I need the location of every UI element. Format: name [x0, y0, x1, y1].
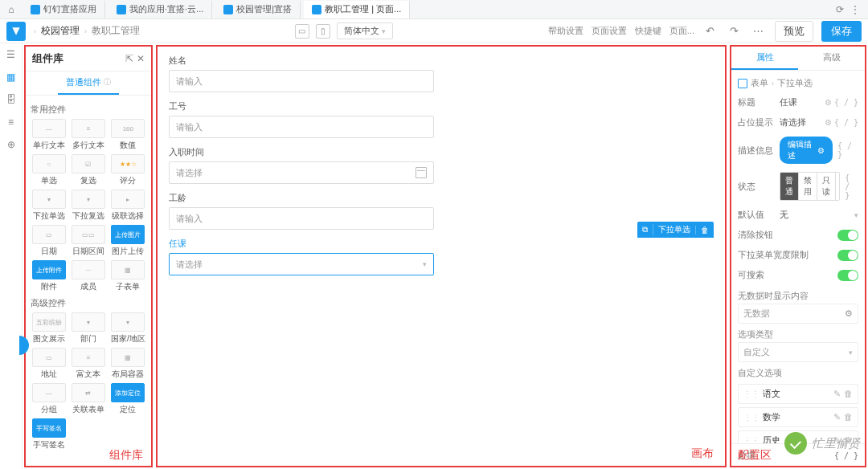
- lib-item[interactable]: ≡富文本: [70, 348, 106, 380]
- browser-tab-active[interactable]: 教职工管理 | 页面...: [304, 1, 410, 18]
- edit-icon[interactable]: ✎: [833, 412, 841, 422]
- rail-outline-icon[interactable]: ☰: [5, 48, 18, 61]
- rail-components-icon[interactable]: ▦: [5, 71, 18, 84]
- select-input[interactable]: 请选择 ▾: [169, 253, 434, 275]
- tool-delete-icon[interactable]: 🗑: [695, 226, 714, 234]
- link-help[interactable]: 帮助设置: [548, 25, 583, 37]
- lib-item[interactable]: 上传图片图片上传: [110, 225, 146, 257]
- toggle-search[interactable]: [837, 270, 858, 281]
- more-icon[interactable]: ⋯: [751, 25, 767, 37]
- form-field-selected[interactable]: ⧉ 下拉单选 🗑 任课 请选择 ▾: [169, 238, 714, 275]
- browser-tab[interactable]: 校园管理|宜搭: [215, 1, 301, 18]
- breadcrumb-app[interactable]: 校园管理: [41, 24, 80, 38]
- link-page-settings[interactable]: 页面设置: [592, 25, 627, 37]
- rail-code-icon[interactable]: ≡: [5, 116, 18, 128]
- text-input[interactable]: 请输入: [169, 207, 434, 230]
- text-input[interactable]: 请输入: [169, 116, 434, 138]
- lib-item[interactable]: ▭▭日期区间: [70, 225, 106, 257]
- form-canvas[interactable]: 姓名请输入工号请输入入职时间请选择工龄请输入 ⧉ 下拉单选 🗑 任课 请选择 ▾…: [156, 45, 727, 467]
- browser-tab[interactable]: 钉钉宜搭应用: [23, 1, 105, 18]
- undo-icon[interactable]: ↶: [702, 25, 719, 37]
- drag-icon[interactable]: ⋮⋮: [743, 389, 760, 398]
- home-icon[interactable]: ⌂: [3, 4, 19, 15]
- chevron-down-icon[interactable]: ▾: [854, 211, 858, 219]
- breadcrumb-page[interactable]: 教职工管理: [92, 24, 140, 38]
- option-row[interactable]: ⋮⋮数学✎🗑: [738, 407, 858, 427]
- menu-icon[interactable]: ⋮: [850, 4, 860, 15]
- lib-item[interactable]: ☑复选: [70, 154, 106, 186]
- gear-icon[interactable]: ⚙: [825, 118, 832, 127]
- text-input[interactable]: 请输入: [169, 70, 434, 92]
- date-input[interactable]: 请选择: [169, 161, 434, 184]
- rail-globe-icon[interactable]: ⊕: [5, 138, 18, 151]
- delete-icon[interactable]: 🗑: [844, 435, 853, 443]
- delete-icon[interactable]: 🗑: [844, 389, 853, 399]
- props-tab-attr[interactable]: 属性: [731, 47, 798, 70]
- delete-icon[interactable]: 🗑: [844, 412, 853, 422]
- lib-item[interactable]: ▾下拉单选: [31, 190, 67, 222]
- lib-item[interactable]: ▦子表单: [110, 260, 146, 292]
- device-desktop-icon[interactable]: ▭: [295, 24, 309, 39]
- lib-item[interactable]: 添加定位定位: [110, 383, 146, 415]
- lib-item[interactable]: ★★☆评分: [110, 154, 146, 186]
- edit-desc-button[interactable]: 编辑描述 ⚙: [780, 137, 833, 164]
- lib-item[interactable]: —单行文本: [31, 119, 67, 151]
- pin-icon[interactable]: ⇱: [125, 53, 133, 64]
- preview-button[interactable]: 预览: [775, 21, 813, 42]
- device-mobile-icon[interactable]: ▯: [316, 24, 330, 39]
- lib-item-label: 日期: [41, 246, 57, 257]
- gear-icon[interactable]: ⚙: [825, 98, 832, 107]
- toggle-clear[interactable]: [837, 230, 858, 241]
- lib-item[interactable]: —分组: [31, 383, 67, 415]
- app-logo[interactable]: [6, 22, 26, 41]
- lib-item[interactable]: ▦布局容器: [110, 348, 146, 380]
- lib-item[interactable]: ▭地址: [31, 348, 67, 380]
- lib-item[interactable]: ○单选: [31, 154, 67, 186]
- option-row[interactable]: ⋮⋮历史✎🗑: [738, 430, 858, 443]
- form-field[interactable]: 姓名请输入: [169, 55, 714, 92]
- lib-tab-common[interactable]: 普通组件ⓘ: [58, 71, 119, 95]
- drag-icon[interactable]: ⋮⋮: [743, 436, 760, 443]
- close-icon[interactable]: ✕: [137, 53, 145, 64]
- lib-item[interactable]: ▾下拉复选: [70, 190, 106, 222]
- fx-icon[interactable]: { / }: [834, 451, 858, 460]
- lib-item[interactable]: 160数值: [110, 119, 146, 151]
- edit-icon[interactable]: ✎: [833, 389, 841, 399]
- lib-item[interactable]: ▸级联选择: [110, 190, 146, 222]
- prop-empty-input[interactable]: 无数据⚙: [738, 304, 858, 324]
- fx-icon[interactable]: { / }: [834, 98, 858, 107]
- edit-icon[interactable]: ✎: [833, 435, 841, 443]
- lib-item[interactable]: 手写签名手写签名: [31, 418, 67, 451]
- lib-item[interactable]: 五彩缤纷图文展示: [31, 312, 67, 345]
- lib-item[interactable]: ▾国家/地区: [110, 312, 146, 345]
- option-row[interactable]: ⋮⋮语文✎🗑: [738, 384, 858, 404]
- toggle-limit[interactable]: [837, 250, 858, 261]
- prop-custom-opts-label: 自定义选项: [738, 362, 858, 381]
- lib-item[interactable]: ≡多行文本: [70, 119, 106, 151]
- fx-icon[interactable]: { / }: [845, 173, 858, 200]
- form-field[interactable]: 工号请输入: [169, 100, 714, 138]
- lib-item[interactable]: ▭日期: [31, 225, 67, 257]
- state-segmented[interactable]: 普通 禁用 只读 隐藏: [780, 172, 840, 201]
- prop-opt-type-select[interactable]: 自定义▾: [738, 342, 858, 362]
- lib-item[interactable]: ▾部门: [70, 312, 106, 345]
- language-select[interactable]: 简体中文 ▾: [337, 22, 393, 39]
- link-shortcuts[interactable]: 快捷键: [635, 25, 661, 37]
- fx-icon[interactable]: { / }: [837, 141, 858, 159]
- fx-icon[interactable]: { / }: [834, 118, 858, 127]
- lib-item[interactable]: ···成员: [70, 260, 106, 292]
- tool-copy-icon[interactable]: ⧉: [637, 225, 653, 234]
- refresh-icon[interactable]: ⟳: [836, 4, 844, 15]
- form-field[interactable]: 工龄请输入: [169, 192, 714, 230]
- gear-icon[interactable]: ⚙: [845, 308, 853, 319]
- form-field[interactable]: 入职时间请选择: [169, 146, 714, 184]
- lib-item[interactable]: 上传附件附件: [31, 260, 67, 292]
- redo-icon[interactable]: ↷: [727, 25, 743, 37]
- lib-item[interactable]: ⇄关联表单: [70, 383, 106, 415]
- drag-icon[interactable]: ⋮⋮: [743, 413, 760, 422]
- rail-data-icon[interactable]: 🗄: [5, 93, 18, 106]
- props-tab-advanced[interactable]: 高级: [798, 47, 865, 70]
- save-button[interactable]: 保存: [821, 21, 862, 42]
- link-page-more[interactable]: 页面...: [669, 25, 694, 37]
- browser-tab[interactable]: 我的应用·宜搭·云...: [108, 1, 212, 18]
